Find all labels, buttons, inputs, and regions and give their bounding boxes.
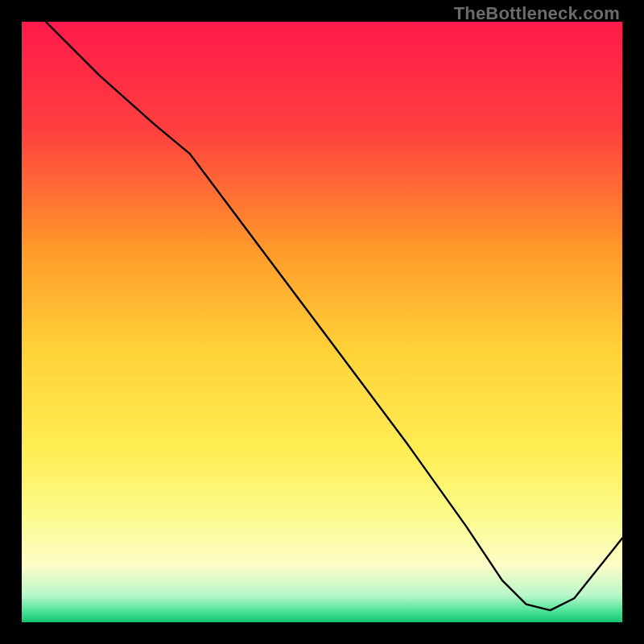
chart-frame: TheBottleneck.com <box>0 0 644 644</box>
gradient-fill <box>22 22 622 622</box>
plot-area <box>22 22 622 622</box>
chart-svg <box>22 22 622 622</box>
